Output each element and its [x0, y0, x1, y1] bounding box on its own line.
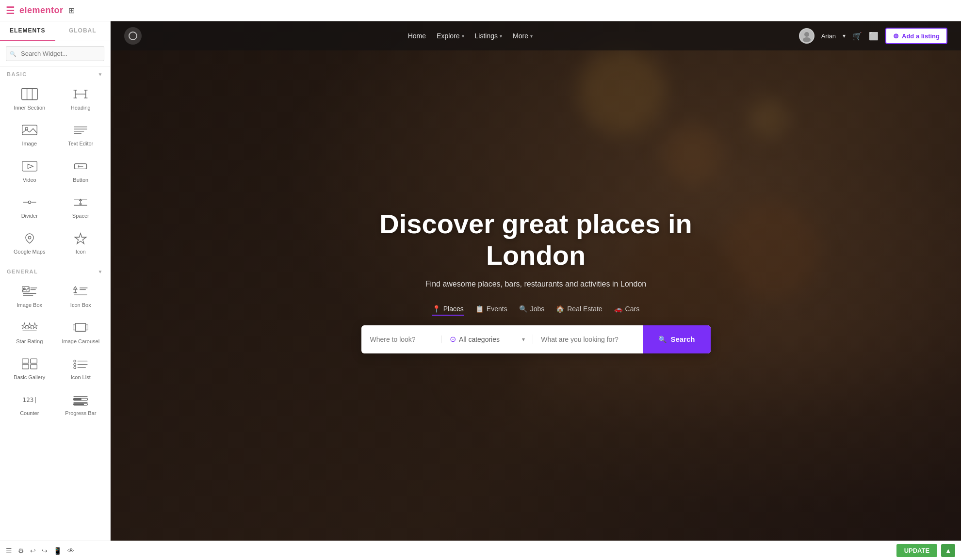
categories-chevron-down-icon: ▾	[522, 336, 525, 343]
what-search-input[interactable]	[541, 336, 635, 343]
search-button-label: Search	[670, 335, 695, 343]
update-button[interactable]: UPDATE	[896, 544, 937, 557]
cat-tab-real-estate[interactable]: 🏠 Real Estate	[556, 303, 602, 316]
settings-icon[interactable]: ⚙	[18, 547, 24, 555]
inner-section-icon	[21, 87, 38, 101]
editor-top-bar: ☰ elementor ⊞	[0, 0, 961, 21]
widget-image[interactable]: Image	[4, 116, 55, 152]
cat-label-real-estate: Real Estate	[567, 305, 602, 313]
tab-elements[interactable]: ELEMENTS	[0, 21, 55, 41]
nav-explore[interactable]: Explore ▾	[437, 32, 464, 40]
explore-dropdown-arrow: ▾	[462, 33, 464, 39]
redo-icon[interactable]: ↪	[42, 547, 48, 555]
icon-box-icon	[72, 284, 89, 299]
user-dropdown-arrow[interactable]: ▾	[843, 32, 846, 39]
website-preview: Home Explore ▾ Listings ▾ More ▾	[111, 21, 961, 541]
svg-rect-45	[75, 323, 86, 331]
nav-more[interactable]: More ▾	[513, 32, 533, 40]
widget-spacer[interactable]: Spacer	[55, 188, 107, 224]
widget-label: Icon	[76, 248, 86, 255]
svg-marker-17	[28, 164, 33, 168]
widget-label: Progress Bar	[65, 410, 96, 416]
icon-widget-icon	[72, 231, 89, 245]
cat-tab-jobs[interactable]: 🔍 Jobs	[519, 303, 545, 316]
display-icon[interactable]: ⬜	[869, 32, 879, 41]
widget-label: Text Editor	[68, 140, 93, 147]
video-icon	[21, 159, 38, 174]
widget-inner-section[interactable]: Inner Section	[4, 80, 55, 116]
cat-tab-events[interactable]: 📋 Events	[475, 303, 507, 316]
header-right-actions: Arian ▾ 🛒 ⬜ Add a listing	[799, 28, 947, 44]
widget-label: Image Box	[16, 302, 42, 308]
widget-icon-box[interactable]: Icon Box	[55, 277, 107, 313]
categories-dropdown[interactable]: ⊙ All categories ▾	[442, 335, 533, 344]
update-dropdown-button[interactable]: ▲	[941, 544, 955, 557]
undo-icon[interactable]: ↩	[30, 547, 36, 555]
widget-icon[interactable]: Icon	[55, 224, 107, 260]
where-to-look-section[interactable]	[361, 336, 442, 343]
hamburger-icon[interactable]: ☰	[6, 5, 15, 16]
widget-text-editor[interactable]: Text Editor	[55, 116, 107, 152]
nav-home[interactable]: Home	[408, 32, 426, 40]
search-input[interactable]	[6, 46, 104, 61]
hero-subtitle: Find awesome places, bars, restaurants a…	[361, 280, 711, 288]
places-icon: 📍	[432, 305, 440, 313]
svg-rect-61	[74, 399, 81, 401]
widget-video[interactable]: Video	[4, 152, 55, 188]
user-avatar[interactable]	[799, 28, 814, 44]
cat-tab-places[interactable]: 📍 Places	[432, 303, 464, 316]
widget-counter[interactable]: 123| Counter	[4, 385, 55, 421]
widget-heading[interactable]: Heading	[55, 80, 107, 116]
section-basic-header[interactable]: BASIC ▼	[0, 66, 110, 80]
widget-label: Video	[23, 176, 36, 183]
widget-image-box[interactable]: Image Box	[4, 277, 55, 313]
widget-star-rating[interactable]: Star Rating	[4, 314, 55, 350]
widget-basic-gallery[interactable]: Basic Gallery	[4, 350, 55, 385]
svg-rect-51	[31, 365, 37, 369]
widget-button[interactable]: Button	[55, 152, 107, 188]
site-header: Home Explore ▾ Listings ▾ More ▾	[111, 21, 961, 50]
eye-preview-icon[interactable]: 👁	[67, 547, 74, 555]
cat-tab-cars[interactable]: 🚗 Cars	[614, 303, 640, 316]
canvas-area: Home Explore ▾ Listings ▾ More ▾	[111, 21, 961, 541]
svg-point-27	[28, 237, 31, 239]
hero-title: Discover great places in London	[361, 208, 711, 271]
where-to-look-input[interactable]	[370, 336, 433, 343]
heading-icon	[72, 87, 89, 101]
add-listing-button[interactable]: Add a listing	[885, 28, 947, 44]
widget-label: Basic Gallery	[14, 374, 45, 381]
widget-divider[interactable]: Divider	[4, 188, 55, 224]
site-logo[interactable]	[124, 27, 142, 45]
progress-bar-icon	[72, 392, 89, 407]
hamburger-bottom-icon[interactable]: ☰	[6, 547, 12, 555]
widget-google-maps[interactable]: Google Maps	[4, 224, 55, 260]
svg-rect-64	[74, 403, 84, 405]
search-button[interactable]: 🔍 Search	[643, 325, 710, 353]
cat-label-events: Events	[487, 305, 507, 313]
widget-label: Inner Section	[14, 104, 45, 111]
responsive-icon[interactable]: 📱	[53, 547, 62, 555]
hero-search-bar: ⊙ All categories ▾ 🔍 Search	[361, 325, 711, 353]
panel-body: BASIC ▼ Inner Section	[0, 66, 110, 541]
general-widgets-grid: Image Box Icon Box	[0, 277, 110, 425]
section-general-header[interactable]: GENERAL ▼	[0, 264, 110, 277]
more-dropdown-arrow: ▾	[530, 33, 533, 39]
counter-icon: 123|	[21, 392, 38, 407]
grid-icon[interactable]: ⊞	[68, 6, 75, 15]
cart-icon[interactable]: 🛒	[852, 32, 862, 41]
search-button-icon: 🔍	[658, 336, 667, 343]
location-icon: ⊙	[450, 335, 456, 344]
spacer-icon	[72, 195, 89, 209]
cat-label-places: Places	[443, 305, 464, 313]
widget-progress-bar[interactable]: Progress Bar	[55, 385, 107, 421]
svg-point-22	[28, 201, 31, 203]
svg-rect-48	[22, 359, 29, 363]
widget-icon-list[interactable]: Icon List	[55, 350, 107, 385]
tab-global[interactable]: GLOBAL	[55, 21, 111, 41]
what-search-section	[533, 336, 643, 343]
listings-dropdown-arrow: ▾	[500, 33, 502, 39]
cat-label-cars: Cars	[625, 305, 640, 313]
svg-point-11	[25, 128, 28, 130]
nav-listings[interactable]: Listings ▾	[475, 32, 502, 40]
widget-image-carousel[interactable]: Image Carousel	[55, 314, 107, 350]
